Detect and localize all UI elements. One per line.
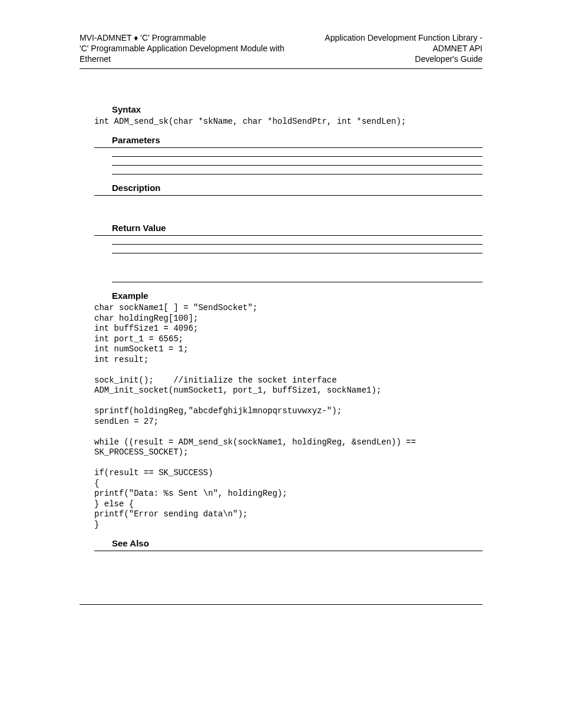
- rule: [112, 253, 482, 253]
- header-left-line1b: 'C' Programmable: [138, 33, 206, 42]
- rule: [94, 195, 482, 196]
- rule: [94, 551, 482, 551]
- rule: [112, 165, 482, 166]
- page-header: MVI-ADMNET ♦ 'C' Programmable 'C' Progra…: [80, 32, 482, 69]
- example-code: char sockName1[ ] = "SendSocket"; char h…: [94, 303, 482, 530]
- rule: [112, 156, 482, 157]
- rule: [94, 147, 482, 148]
- return-value-heading: Return Value: [112, 223, 482, 233]
- syntax-heading: Syntax: [112, 104, 482, 114]
- header-left: MVI-ADMNET ♦ 'C' Programmable 'C' Progra…: [80, 32, 294, 65]
- parameters-heading: Parameters: [112, 135, 482, 145]
- spacer: [94, 204, 482, 216]
- page: MVI-ADMNET ♦ 'C' Programmable 'C' Progra…: [0, 0, 562, 652]
- see-also-heading: See Also: [112, 538, 482, 548]
- content-area: Syntax int ADM_send_sk(char *skName, cha…: [80, 104, 482, 552]
- header-left-line2: 'C' Programmable Application Development…: [80, 44, 285, 64]
- example-heading: Example: [112, 291, 482, 301]
- rule: [112, 174, 482, 174]
- description-heading: Description: [112, 183, 482, 193]
- rule: [112, 244, 482, 245]
- header-right: Application Development Function Library…: [294, 32, 482, 65]
- syntax-code: int ADM_send_sk(char *skName, char *hold…: [94, 117, 482, 127]
- header-left-line1a: MVI-ADMNET: [80, 33, 134, 42]
- footer-rule: [80, 604, 482, 605]
- rule: [112, 282, 482, 282]
- header-right-line2: Developer's Guide: [415, 54, 482, 64]
- rule: [94, 235, 482, 236]
- spacer: [94, 262, 482, 274]
- header-right-line1: Application Development Function Library…: [325, 33, 482, 53]
